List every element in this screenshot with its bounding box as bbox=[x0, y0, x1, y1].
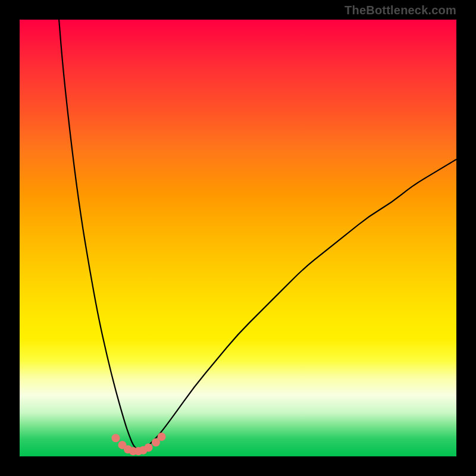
chart-frame: TheBottleneck.com bbox=[0, 0, 476, 476]
bottleneck-curve-path bbox=[59, 20, 456, 450]
curve-marker bbox=[145, 443, 153, 452]
chart-svg bbox=[20, 20, 456, 456]
plot-area bbox=[20, 20, 456, 456]
curve-marker bbox=[158, 433, 166, 441]
marker-group bbox=[112, 433, 166, 455]
curve-group bbox=[59, 20, 456, 450]
curve-marker bbox=[112, 434, 120, 442]
attribution-text: TheBottleneck.com bbox=[345, 4, 456, 17]
